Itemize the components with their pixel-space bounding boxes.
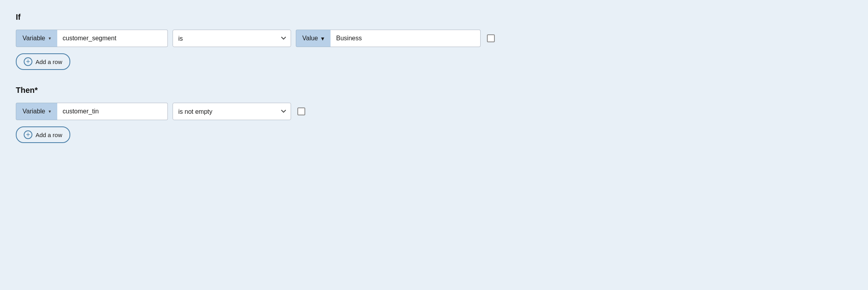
if-variable-type-dropdown[interactable]: Variable ▾ — [16, 30, 57, 47]
then-variable-input[interactable] — [57, 103, 168, 120]
if-label: If — [16, 13, 852, 22]
then-variable-type-dropdown[interactable]: Variable ▾ — [16, 103, 57, 120]
if-row-checkbox[interactable] — [487, 34, 495, 42]
if-value-type-chevron: ▾ — [321, 35, 324, 42]
then-row-1: Variable ▾ is is not is empty is not emp… — [16, 103, 852, 120]
if-section: If Variable ▾ is is not contains does no… — [16, 13, 852, 70]
if-add-row-plus-icon: + — [24, 57, 32, 66]
then-operator-container: is is not is empty is not empty contains… — [173, 103, 291, 120]
then-add-row-plus-icon: + — [24, 130, 32, 139]
if-value-group: Value ▾ — [296, 30, 481, 47]
if-add-row-label: Add a row — [36, 58, 62, 65]
if-variable-type-label: Variable — [23, 35, 45, 42]
if-row-1: Variable ▾ is is not contains does not c… — [16, 30, 852, 47]
if-operator-select[interactable]: is is not contains does not contain is e… — [173, 30, 291, 47]
if-add-row-button[interactable]: + Add a row — [16, 53, 70, 70]
then-add-row-button[interactable]: + Add a row — [16, 126, 70, 143]
then-variable-type-chevron: ▾ — [49, 109, 51, 114]
if-variable-type-chevron: ▾ — [49, 36, 51, 41]
then-label: Then* — [16, 86, 852, 95]
then-row-checkbox[interactable] — [297, 107, 305, 115]
if-value-type-label: Value — [302, 35, 318, 42]
then-label-text: Then* — [16, 86, 38, 94]
then-variable-type-label: Variable — [23, 108, 45, 115]
if-variable-input[interactable] — [57, 30, 168, 47]
then-section: Then* Variable ▾ is is not is empty is n… — [16, 86, 852, 143]
if-value-input[interactable] — [331, 30, 481, 47]
if-value-type-dropdown[interactable]: Value ▾ — [296, 30, 331, 47]
then-add-row-label: Add a row — [36, 132, 62, 138]
then-operator-select[interactable]: is is not is empty is not empty contains… — [173, 103, 291, 120]
if-operator-container: is is not contains does not contain is e… — [173, 30, 291, 47]
